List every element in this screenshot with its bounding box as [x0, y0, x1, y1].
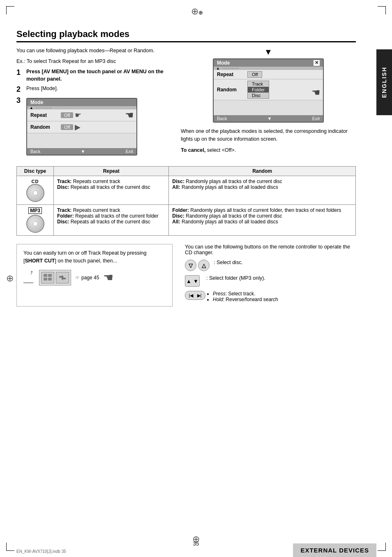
remote-intro: You can use the following buttons on the…	[185, 244, 356, 255]
remote-track-btn[interactable]: |◀ ▶|	[185, 291, 205, 300]
shortcut-buttons	[39, 270, 71, 285]
right-screen-close[interactable]: ✕	[314, 60, 320, 66]
mp3-circle	[26, 215, 44, 233]
right-spacer	[214, 100, 323, 108]
mp3-repeat-track: Track: Repeats current track	[57, 207, 165, 213]
mode-table: Disc type Repeat Random CD	[16, 166, 356, 236]
corner-mark-tr	[378, 6, 386, 14]
remote-track-list: Press: Select track. Hold: Reverse/forwa…	[213, 291, 278, 302]
remote-btn-down[interactable]: ▽	[185, 260, 196, 271]
screen-row-random: Random Off ▶	[27, 121, 136, 133]
right-screen-random-options: Track Folder Disc	[247, 81, 269, 99]
right-screen-container: ▼ Mode ✕ ▲ ········· Repeat	[181, 47, 356, 124]
right-screen: Mode ✕ ▲ ········· Repeat Off	[213, 58, 324, 123]
table-row-mp3: MP3 Track: Repeats current track Folder:…	[17, 205, 356, 236]
right-screen-footer: Back ▼ Exit	[214, 115, 323, 122]
right-spacer2	[214, 108, 323, 115]
right-screen-row-repeat: Repeat Off	[214, 70, 323, 79]
remote-section: You can use the following buttons on the…	[185, 244, 356, 306]
screen-spacer	[27, 133, 136, 141]
step-2-number: 2	[16, 85, 24, 94]
touch-hand-left: ☚	[125, 109, 134, 121]
right-screen-header: Mode ✕	[214, 59, 323, 67]
cd-random-cell: Disc: Randomly plays all tracks of the c…	[169, 176, 356, 205]
mp3-repeat-cell: Track: Repeats current track Folder: Rep…	[54, 205, 169, 236]
arrow-right-1: ☛	[75, 111, 81, 120]
svg-rect-0	[44, 274, 47, 277]
remote-track-hold: Hold: Reverse/forward search	[213, 297, 278, 302]
svg-rect-2	[44, 278, 47, 281]
mp3-repeat-disc: Disc: Repeats all tracks of the current …	[57, 219, 165, 225]
example-text: Ex.: To select Track Repeat for an MP3 d…	[16, 58, 173, 65]
step-3: 3 Mode ▲ ········· Repe	[16, 96, 173, 157]
option-track[interactable]: Track	[248, 81, 269, 87]
external-devices-label: EXTERNAL DEVICES	[293, 543, 376, 557]
right-column: ▼ Mode ✕ ▲ ········· Repeat	[181, 47, 356, 160]
english-sidebar: ENGLISH	[376, 49, 392, 115]
cd-random-all: All: Randomly plays all tracks of all lo…	[172, 184, 352, 190]
btn-repeat-icon[interactable]	[56, 272, 69, 283]
section-heading: Selecting playback modes	[16, 29, 356, 42]
step-1-number: 1	[16, 68, 24, 77]
screen-header-left: Mode	[27, 99, 136, 106]
crosshair-left: ⊕	[6, 273, 14, 284]
cd-circle	[26, 184, 44, 202]
cancel-text: To cancel, select <Off>.	[181, 147, 356, 153]
remote-folder-btn-area: ▲ ▼	[185, 275, 202, 287]
right-screen-wrapper: ▼ Mode ✕ ▲ ········· Repeat	[213, 47, 324, 124]
shortcut-text: You can easily turn on or off Track Repe…	[23, 249, 166, 265]
shortcut-arrow: ↗ ——	[23, 269, 33, 286]
right-screen-repeat-options: Off	[247, 71, 262, 78]
remote-folder-text: : Select folder (MP3 only).	[206, 275, 265, 281]
step-3-content: Mode ▲ ········· Repeat Off ☛ ☚	[26, 96, 173, 157]
mp3-random-disc: Disc: Randomly plays all tracks of the c…	[172, 213, 352, 219]
cd-disc-cell: CD	[17, 176, 54, 205]
remote-track-press: Press: Select track.	[213, 291, 278, 297]
touch-hand-right: ☚	[311, 87, 321, 98]
desc-text: When one of the playback modes is select…	[181, 128, 356, 143]
cd-repeat-cell: Track: Repeats current track Disc: Repea…	[54, 176, 169, 205]
left-column: You can use following playback modes—Rep…	[16, 47, 173, 160]
corner-mark-br	[378, 543, 386, 551]
intro-text: You can use following playback modes—Rep…	[16, 47, 173, 55]
step-1: 1 Press [AV MENU] on the touch panel or …	[16, 68, 173, 83]
option-disc[interactable]: Disc	[248, 93, 269, 98]
mp3-icon: MP3	[26, 207, 44, 233]
btn-grid-icon[interactable]	[41, 272, 54, 283]
right-screen-dotted: ▲ ·········	[214, 67, 323, 70]
footer-left: EN_KW-AVX710[J].indb 35	[16, 549, 66, 554]
mp3-repeat-folder: Folder: Repeats all tracks of the curren…	[57, 213, 165, 219]
bottom-section: You can easily turn on or off Track Repe…	[16, 244, 356, 306]
screen-row-repeat: Repeat Off ☛ ☚	[27, 109, 136, 121]
remote-btn-up[interactable]: △	[198, 260, 210, 271]
step-3-number: 3	[16, 96, 24, 105]
mp3-random-all: All: Randomly plays all tracks of all lo…	[172, 219, 352, 225]
svg-rect-1	[48, 274, 52, 277]
page: ⊕ ⊕ ⊕ ENGLISH Selecting playback modes Y…	[0, 0, 392, 557]
screen-footer-left: Back ▼ Exit	[27, 148, 136, 155]
th-disc-type: Disc type	[17, 167, 54, 176]
heading-title: Selecting playback modes	[16, 29, 129, 39]
corner-mark-bl	[6, 543, 14, 551]
cd-random-disc: Disc: Randomly plays all tracks of the c…	[172, 179, 352, 184]
option-folder[interactable]: Folder	[248, 87, 269, 93]
corner-mark-tl	[6, 6, 14, 14]
remote-folder-btn[interactable]: ▲ ▼	[185, 275, 200, 287]
step-2: 2 Press [Mode].	[16, 85, 173, 94]
remote-item-folder: ▲ ▼ : Select folder (MP3 only).	[185, 275, 356, 287]
shortcut-box: You can easily turn on or off Track Repe…	[16, 244, 173, 306]
cd-icon: CD	[26, 181, 44, 202]
option-off[interactable]: Off	[248, 72, 262, 77]
page-ref: ☞ page 45	[75, 274, 99, 281]
shortcut-inner: ↗ ——	[23, 269, 166, 286]
cd-repeat-track: Track: Repeats current track	[57, 179, 165, 184]
crosshair-top: ⊕	[191, 6, 201, 16]
remote-track-btn-area: |◀ ▶|	[185, 291, 202, 300]
arrow-right-2: ▶	[75, 123, 81, 132]
cd-repeat-disc: Disc: Repeats all tracks of the current …	[57, 184, 165, 190]
mp3-disc-cell: MP3	[17, 205, 54, 236]
step-1-text: Press [AV MENU] on the touch panel or AV…	[26, 68, 173, 83]
svg-rect-3	[48, 278, 52, 281]
right-screen-row-random: Random Track Folder Disc ☚	[214, 79, 323, 100]
th-random: Random	[169, 167, 356, 176]
